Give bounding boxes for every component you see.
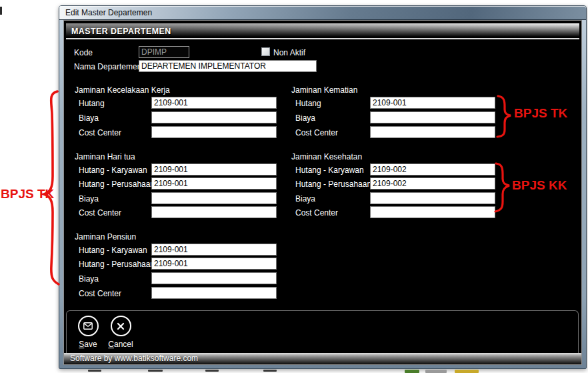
jht-hutang-karyawan-input[interactable] [151,163,277,175]
jht-hutang-perusahaan-label: Hutang - Perusahaan [79,179,155,189]
taskbar-glimpse [405,370,419,373]
kode-input [139,46,189,58]
jkm-biaya-label: Biaya [295,113,315,123]
jkk-biaya-input[interactable] [151,111,277,123]
taskbar-glimpse [455,370,479,373]
button-panel: Save Cancel [66,310,579,354]
jht-biaya-input[interactable] [151,192,277,204]
taskbar-glimpse [263,370,277,372]
save-label: Save [75,340,101,349]
window-titlebar[interactable]: Edit Master Departemen [59,6,586,20]
jp-cost-center-input[interactable] [151,287,277,299]
jkm-hutang-input[interactable] [370,97,495,109]
jp-hutang-karyawan-label: Hutang - Karyawan [79,246,147,255]
nama-departemen-input[interactable] [139,60,317,72]
jht-cost-center-label: Cost Center [79,208,121,218]
jks-cost-center-label: Cost Center [295,208,338,218]
jht-hutang-perusahaan-input[interactable] [151,177,277,190]
non-aktif-label: Non Aktif [273,48,305,57]
taskbar-glimpse [205,370,219,372]
annotation-right-bpjs-kk: BPJS KK [512,178,567,193]
jks-hutang-karyawan-input[interactable] [370,163,495,175]
jp-cost-center-label: Cost Center [79,289,121,298]
section-title-jks: Jaminan Kesehatan [291,152,362,161]
jkk-cost-center-label: Cost Center [79,128,121,137]
app-window: Edit Master Departemen MASTER DEPARTEMEN… [59,5,587,369]
section-title-jp: Jaminan Pensiun [75,232,136,242]
master-departemen-dialog: MASTER DEPARTEMEN Kode Non Aktif Nama De… [63,20,582,365]
dialog-header: MASTER DEPARTEMEN [66,23,579,39]
section-title-jkm: Jaminan Kematian [291,85,357,95]
annotation-right-bpjs-tk: BPJS TK [514,106,567,121]
jp-biaya-input[interactable] [151,272,277,284]
cancel-x-icon [111,316,131,336]
kode-label: Kode [74,48,93,57]
section-title-jht: Jaminan Hari tua [75,152,135,161]
jks-biaya-label: Biaya [295,194,315,204]
window-title: Edit Master Departemen [65,8,152,17]
annotation-left-bpjs-tk: BPJS TK [1,187,54,202]
taskbar-glimpse [88,370,101,372]
jkm-cost-center-label: Cost Center [295,128,338,137]
jks-hutang-perusahaan-input[interactable] [370,177,495,190]
jkm-hutang-label: Hutang [295,99,321,108]
section-title-jkk: Jaminan Kecelakaan Kerja [75,85,170,95]
screen-edge-artifact [0,7,2,15]
screenshot-root: { "window": { "title": "Edit Master Depa… [0,0,588,373]
jks-cost-center-input[interactable] [370,206,495,218]
save-button[interactable]: Save [75,316,101,349]
jks-biaya-input[interactable] [370,192,495,204]
jht-cost-center-input[interactable] [151,206,277,218]
save-envelope-icon [78,316,99,336]
jht-hutang-karyawan-label: Hutang - Karyawan [79,165,147,175]
status-bar: Software by www.batiksoftware.com [64,353,581,364]
jp-hutang-perusahaan-label: Hutang - Perusahaan [79,260,155,269]
jkk-hutang-input[interactable] [151,97,277,109]
jkm-cost-center-input[interactable] [370,126,495,138]
jks-hutang-perusahaan-label: Hutang - Perusahaan [295,179,371,189]
nama-departemen-label: Nama Departemen [74,62,141,71]
taskbar-glimpse [148,370,163,372]
cancel-button[interactable]: Cancel [105,316,136,349]
non-aktif-checkbox[interactable] [261,47,270,56]
jkk-biaya-label: Biaya [79,113,99,123]
jp-biaya-label: Biaya [79,274,99,284]
jks-hutang-karyawan-label: Hutang - Karyawan [295,165,364,175]
jkm-biaya-input[interactable] [370,111,495,123]
jkk-hutang-label: Hutang [79,99,105,108]
jkk-cost-center-input[interactable] [151,126,277,138]
jht-biaya-label: Biaya [79,194,99,204]
taskbar-glimpse [425,370,447,373]
jp-hutang-karyawan-input[interactable] [151,244,277,256]
cancel-label: Cancel [105,340,136,349]
jp-hutang-perusahaan-input[interactable] [151,258,277,270]
